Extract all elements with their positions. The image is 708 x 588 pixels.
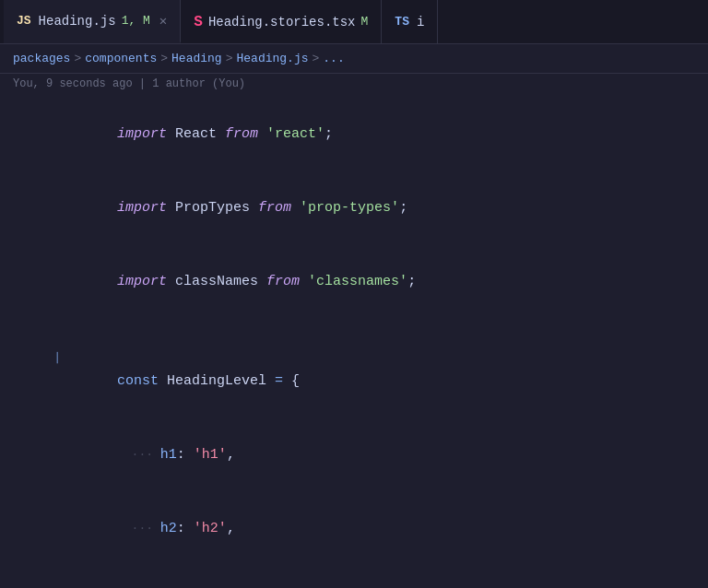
tab-ts[interactable]: TS i <box>382 0 438 43</box>
str-h2: 'h2' <box>194 521 227 536</box>
breadcrumb-components[interactable]: components <box>85 52 157 65</box>
storybook-icon: S <box>194 14 203 30</box>
code-line-3: import classNames from 'classnames'; <box>0 245 708 319</box>
equal-sign: = <box>275 373 283 389</box>
line-content-8: ·· h3: 'h3', <box>64 567 708 588</box>
line-content-2: import PropTypes from 'prop-types'; <box>64 172 708 244</box>
breadcrumb-sep-2: > <box>160 52 168 65</box>
line-content-7: ··· h2: 'h2', <box>64 493 708 565</box>
line-content-4 <box>64 320 708 344</box>
ts-lang-badge: TS <box>395 15 409 29</box>
line-content-5: const HeadingLevel = { <box>64 346 708 417</box>
str-prop-types: 'prop-types' <box>300 200 399 216</box>
blame-marker-5: │ <box>51 346 64 370</box>
tab-bar: JS Heading.js 1, M ✕ S Heading.stories.t… <box>0 0 708 44</box>
js-lang-badge: JS <box>17 14 31 28</box>
kw-from-2: from <box>258 200 291 216</box>
breadcrumb-sep-1: > <box>74 52 81 65</box>
str-react: 'react' <box>266 126 324 142</box>
tab-heading-stories[interactable]: S Heading.stories.tsx M <box>181 0 382 43</box>
str-classnames: 'classnames' <box>308 274 407 289</box>
code-line-4 <box>0 319 708 345</box>
kw-from-1: from <box>225 126 258 142</box>
kw-import-3: import <box>117 274 167 289</box>
code-line-8: ·· h3: 'h3', <box>0 566 708 588</box>
code-line-2: import PropTypes from 'prop-types'; <box>0 171 708 245</box>
tab3-filename: i <box>417 15 424 29</box>
kw-from-3: from <box>266 274 300 289</box>
tab2-meta: M <box>361 15 369 29</box>
close-icon[interactable]: ✕ <box>159 13 167 29</box>
breadcrumb-sep-4: > <box>313 52 320 65</box>
str-h1: 'h1' <box>194 447 227 463</box>
code-line-6: ··· h1: 'h1', <box>0 418 708 492</box>
breadcrumb: packages > components > Heading > Headin… <box>0 44 708 74</box>
breadcrumb-ellipsis[interactable]: ... <box>323 52 344 65</box>
prop-h1: h1 <box>160 447 177 463</box>
kw-import-2: import <box>117 200 167 216</box>
kw-import-1: import <box>117 126 167 142</box>
code-line-5: │ const HeadingLevel = { <box>0 345 708 418</box>
tab-heading-js[interactable]: JS Heading.js 1, M ✕ <box>4 0 181 43</box>
tab1-filename: Heading.js <box>39 14 116 29</box>
line-content-6: ··· h1: 'h1', <box>64 419 708 491</box>
line-content-3: import classNames from 'classnames'; <box>64 246 708 318</box>
line-content-1: import React from 'react'; <box>64 99 708 171</box>
breadcrumb-file[interactable]: Heading.js <box>236 52 308 65</box>
blame-short: You, 9 seconds ago | 1 author (You) <box>0 74 708 98</box>
code-area: import React from 'react'; import PropTy… <box>0 98 708 588</box>
tab2-filename: Heading.stories.tsx <box>208 15 356 29</box>
breadcrumb-heading[interactable]: Heading <box>171 52 222 65</box>
ident-react: React <box>167 126 225 142</box>
kw-const: const <box>117 373 159 389</box>
tab1-meta: 1, M <box>122 14 150 28</box>
breadcrumb-sep-3: > <box>226 52 233 65</box>
breadcrumb-packages[interactable]: packages <box>13 52 70 65</box>
prop-h2: h2 <box>160 521 177 536</box>
code-line-7: ··· h2: 'h2', <box>0 492 708 566</box>
code-line-1: import React from 'react'; <box>0 98 708 171</box>
